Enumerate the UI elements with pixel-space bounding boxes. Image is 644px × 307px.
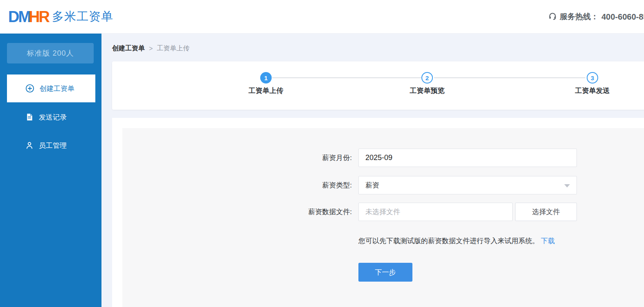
salary-month-label: 薪资月份: bbox=[286, 153, 352, 163]
salary-type-label: 薪资类型: bbox=[286, 181, 352, 190]
step-payslip-preview: 2 工资单预览 bbox=[394, 72, 460, 95]
headset-icon bbox=[548, 12, 557, 22]
version-badge[interactable]: 标准版 200人 bbox=[7, 43, 94, 63]
salary-type-select[interactable]: 薪资 bbox=[358, 176, 577, 194]
next-step-button[interactable]: 下一步 bbox=[358, 263, 412, 282]
step-3-label: 工资单发送 bbox=[560, 86, 625, 95]
chevron-down-icon bbox=[564, 184, 570, 187]
app-logo[interactable]: DMHR 多米工资单 bbox=[8, 0, 113, 34]
download-hint-text: 您可以先下载测试版的薪资数据文件进行导入来试用系统。 bbox=[358, 237, 539, 245]
hotline-number: 400-6060-85 bbox=[601, 12, 644, 22]
breadcrumb: 创建工资单 > 工资单上传 bbox=[112, 44, 189, 53]
breadcrumb-parent[interactable]: 创建工资单 bbox=[112, 44, 145, 53]
hotline-label: 服务热线： bbox=[560, 11, 599, 22]
sidebar-item-create-payslip[interactable]: 创建工资单 bbox=[7, 74, 95, 102]
page: DMHR 多米工资单 服务热线： 400-6060-85 标准版 200人 bbox=[0, 0, 644, 307]
next-step-button-label: 下一步 bbox=[375, 268, 396, 277]
download-link[interactable]: 下载 bbox=[541, 237, 555, 245]
step-1-label: 工资单上传 bbox=[233, 86, 299, 95]
salary-file-label: 薪资数据文件: bbox=[286, 207, 352, 217]
plus-circle-icon bbox=[25, 84, 34, 93]
step-3-circle: 3 bbox=[587, 72, 598, 84]
sidebar: 标准版 200人 创建工资单 发送记录 bbox=[0, 34, 101, 307]
step-2-circle: 2 bbox=[421, 72, 433, 84]
logo-hr-text: HR bbox=[29, 8, 49, 25]
app-header: DMHR 多米工资单 服务热线： 400-6060-85 bbox=[0, 0, 644, 34]
sidebar-item-label: 创建工资单 bbox=[40, 84, 74, 93]
app-title: 多米工资单 bbox=[52, 9, 113, 25]
step-payslip-send: 3 工资单发送 bbox=[560, 72, 625, 95]
step-2-label: 工资单预览 bbox=[394, 86, 460, 95]
sidebar-item-send-records[interactable]: 发送记录 bbox=[0, 109, 101, 125]
step-1-circle: 1 bbox=[260, 72, 272, 84]
logo-dm-text: DM bbox=[8, 8, 30, 25]
sidebar-item-label: 发送记录 bbox=[39, 113, 67, 122]
service-hotline: 服务热线： 400-6060-85 bbox=[548, 0, 644, 34]
salary-file-name-input[interactable] bbox=[358, 203, 513, 221]
sidebar-item-employee-management[interactable]: 员工管理 bbox=[0, 137, 101, 154]
logo-mark: DMHR bbox=[8, 9, 49, 25]
breadcrumb-current: 工资单上传 bbox=[157, 44, 189, 53]
choose-file-button[interactable]: 选择文件 bbox=[515, 203, 577, 221]
choose-file-button-label: 选择文件 bbox=[532, 207, 560, 217]
salary-month-input[interactable] bbox=[358, 149, 577, 167]
document-icon bbox=[25, 113, 34, 121]
step-payslip-upload: 1 工资单上传 bbox=[233, 72, 299, 95]
person-icon bbox=[25, 141, 34, 149]
download-hint: 您可以先下载测试版的薪资数据文件进行导入来试用系统。下载 bbox=[358, 236, 555, 246]
salary-type-value: 薪资 bbox=[365, 181, 379, 190]
breadcrumb-separator: > bbox=[149, 45, 153, 52]
sidebar-item-label: 员工管理 bbox=[39, 141, 67, 150]
